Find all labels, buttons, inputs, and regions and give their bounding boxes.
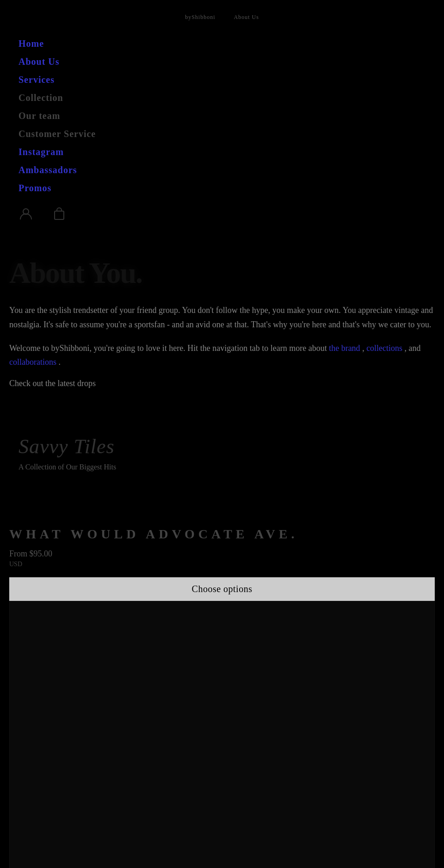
product-image [9,601,435,868]
product-currency: USD [9,561,435,568]
bag-icon[interactable] [52,206,67,225]
latest-drops-text: Check out the latest drops [9,379,435,388]
about-separator2: , and [405,343,421,353]
topbar-item1: byShibboni [185,14,215,21]
link-collections[interactable]: collections [366,343,402,353]
user-icon[interactable] [18,206,33,225]
page-title: About You. [9,257,435,289]
about-p2-suffix: . [58,357,61,367]
nav-item-home[interactable]: Home [18,35,426,53]
about-p2-prefix: Welcome to byShibboni, you're going to l… [9,343,329,353]
navigation: Home About Us Services Collection Our te… [0,25,444,248]
about-paragraph-2: Welcome to byShibboni, you're going to l… [9,341,435,369]
product-title: WHAT WOULD ADVOCATE AVE. [9,527,435,542]
nav-item-instagram[interactable]: Instagram [18,143,426,161]
savvy-title: Savvy Tiles [18,435,426,458]
nav-item-collection[interactable]: Collection [18,89,426,107]
topbar-item2: About Us [234,14,259,21]
link-brand[interactable]: the brand [329,343,360,353]
nav-item-services[interactable]: Services [18,71,426,89]
top-bar: byShibboni About Us [0,0,444,25]
nav-item-team[interactable]: Our team [18,107,426,125]
choose-options-button[interactable]: Choose options [9,577,435,601]
nav-item-customer-service[interactable]: Customer Service [18,125,426,143]
about-paragraph-1: You are the stylish trendsetter of your … [9,303,435,331]
nav-item-promos[interactable]: Promos [18,179,426,197]
product-section: WHAT WOULD ADVOCATE AVE. From $95.00 USD… [0,518,444,868]
nav-icon-row [18,197,426,238]
main-content: About You. You are the stylish trendsett… [0,248,444,425]
savvy-section: Savvy Tiles A Collection of Our Biggest … [0,425,444,499]
product-price: From $95.00 [9,549,435,559]
about-separator1: , [362,343,366,353]
link-collaborations[interactable]: collaborations [9,357,56,367]
savvy-subtitle: A Collection of Our Biggest Hits [18,463,426,471]
svg-rect-1 [55,211,64,219]
nav-item-ambassadors[interactable]: Ambassadors [18,161,426,179]
nav-item-about[interactable]: About Us [18,53,426,71]
